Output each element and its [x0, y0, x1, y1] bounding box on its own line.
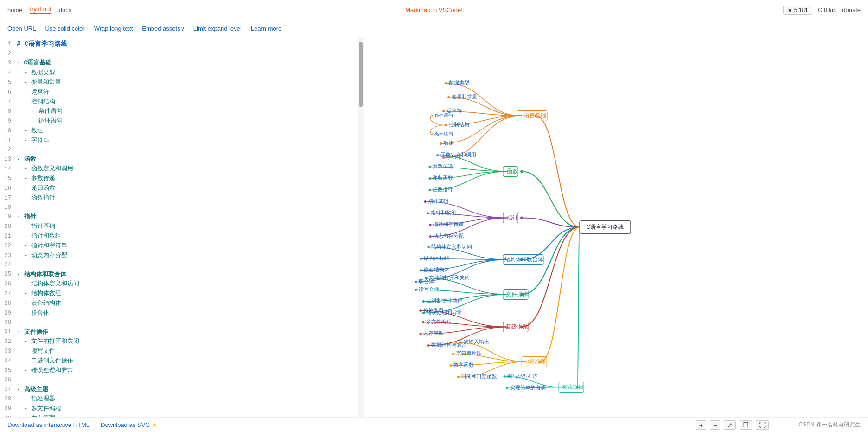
star-count: 5,181 [794, 7, 808, 13]
line-number: 27 [4, 290, 17, 298]
editor-line-25: 25- 结构体和联合体 [0, 270, 364, 280]
fullscreen-button[interactable]: ⛶ [756, 420, 769, 430]
nav-right: ★ 5,181 GitHub donate [783, 6, 861, 15]
nav-center: Markmap in VSCode! [405, 6, 463, 13]
mindmap-node [520, 170, 523, 173]
mindmap-edge [522, 227, 580, 327]
mindmap-label: 读写文件 [419, 286, 439, 292]
line-number: 2 [4, 50, 17, 58]
vscode-link[interactable]: Markmap in VSCode! [405, 6, 463, 13]
line-number: 13 [4, 155, 17, 164]
editor-line-28: 28 - 嵌套结构体 [0, 299, 364, 309]
limit-expand-level-link[interactable]: Limit expand level [193, 25, 242, 32]
line-content: - 结构体定义和访问 [17, 279, 79, 289]
mindmap-child-edge [441, 116, 522, 144]
line-number: 30 [4, 318, 17, 327]
editor-line-30: 30 [0, 318, 364, 328]
line-content: - 内存管理 [17, 414, 55, 417]
donate-link[interactable]: donate [842, 6, 861, 13]
mindmap-node [447, 96, 450, 98]
line-content: - 递归函数 [17, 184, 55, 193]
embed-assets-link[interactable]: Embed assets [142, 25, 180, 32]
mindmap-label: 嵌套结构体 [424, 267, 449, 272]
editor-line-3: 3- C语言基础 [0, 58, 364, 68]
editor-line-11: 11 - 字符串 [0, 136, 364, 146]
editor-line-20: 20 - 指针基础 [0, 222, 364, 232]
editor-line-32: 32 - 文件的打开和关闭 [0, 337, 364, 347]
line-number: 4 [4, 69, 17, 77]
mindmap-node [455, 341, 457, 343]
editor-line-36: 36 [0, 376, 364, 385]
line-content: - 数据类型 [17, 68, 55, 78]
zoom-out-button[interactable]: − [710, 420, 720, 430]
line-content: - 动态内存分配 [17, 251, 67, 261]
editor-line-38: 38 - 预处理器 [0, 394, 364, 404]
toolbar: Open URL Use solid color Wrap long text … [0, 20, 868, 37]
mindmap-node [424, 200, 427, 203]
mindmap-node [429, 177, 431, 180]
mindmap-node [452, 353, 454, 355]
editor-line-9: 9 - 循环语句 [0, 116, 364, 126]
mindmap-node [425, 277, 428, 279]
nav-try-it-out[interactable]: try it out [30, 6, 51, 14]
mindmap-pane[interactable]: C语言学习路线C语言基础数据类型变量和常量运算符控制结构条件语句循环语句数组字符… [364, 37, 868, 417]
mindmap-node [427, 344, 429, 347]
download-html-link[interactable]: Download as interactive HTML [7, 421, 89, 428]
line-number: 7 [4, 97, 17, 106]
line-number: 36 [4, 376, 17, 385]
mindmap-label: C语言基础 [520, 112, 546, 118]
line-number: 38 [4, 395, 17, 404]
mindmap-label: 数据类型 [449, 80, 469, 85]
header: home try it out docs Markmap in VSCode! … [0, 0, 868, 20]
line-content: - 指针和字符串 [17, 241, 67, 251]
line-content: - 二进制文件操作 [17, 356, 73, 366]
line-number: 21 [4, 232, 17, 241]
line-number: 34 [4, 357, 17, 366]
line-number: 33 [4, 347, 17, 356]
mindmap-node [429, 189, 431, 191]
warning-icon: ⚠ [152, 421, 158, 429]
mindmap-node [504, 375, 506, 378]
reset-button[interactable]: ❐ [740, 420, 752, 430]
line-content: - 预处理器 [17, 394, 55, 404]
mindmap-label: 指针基础 [428, 198, 448, 204]
mindmap-label: 动态内存分配 [433, 233, 464, 239]
wrap-long-text-link[interactable]: Wrap long text [94, 25, 133, 32]
mindmap-label: 递归函数 [433, 175, 453, 181]
use-solid-color-link[interactable]: Use solid color [45, 25, 84, 32]
line-content: - 指针和数组 [17, 232, 61, 241]
editor-line-24: 24 [0, 261, 364, 270]
mindmap-label: 数学函数 [453, 362, 474, 368]
line-number: 25 [4, 270, 17, 279]
mindmap-node [429, 166, 431, 168]
main-area: 1# C语言学习路线23- C语言基础4 - 数据类型5 - 变量和常量6 - … [0, 37, 868, 417]
mindmap-label: 条件语句 [434, 113, 453, 118]
open-url-link[interactable]: Open URL [7, 25, 36, 32]
line-content: - 参数传递 [17, 174, 55, 184]
line-number: 20 [4, 222, 17, 231]
learn-more-link[interactable]: Learn more [251, 25, 281, 32]
editor-line-39: 39 - 多文件编程 [0, 404, 364, 414]
fit-button[interactable]: ⤢ [724, 420, 736, 430]
nav-home[interactable]: home [7, 6, 23, 13]
mindmap-label: C标准库 [525, 358, 546, 364]
mindmap-edge [577, 227, 580, 387]
scrollbar-thumb[interactable] [359, 42, 363, 107]
mindmap-label: 文件的打开和关闭 [429, 275, 470, 280]
download-svg-link[interactable]: Download as SVG [101, 421, 150, 428]
star-button[interactable]: ★ 5,181 [783, 6, 812, 15]
editor-scrollbar[interactable] [358, 37, 364, 417]
editor[interactable]: 1# C语言学习路线23- C语言基础4 - 数据类型5 - 变量和常量6 - … [0, 37, 364, 417]
nav-docs[interactable]: docs [59, 6, 71, 13]
editor-line-15: 15 - 参数传递 [0, 174, 364, 184]
line-number: 8 [4, 107, 17, 116]
github-link[interactable]: GitHub [818, 6, 836, 13]
mindmap-node [445, 82, 447, 84]
mindmap-label: 字符串处理 [456, 350, 482, 356]
mindmap-label: 参数传递 [433, 163, 453, 169]
zoom-in-button[interactable]: + [696, 420, 706, 430]
mindmap-node [442, 110, 445, 112]
line-content: - 字符串 [17, 136, 49, 146]
editor-line-10: 10 - 数组 [0, 126, 364, 136]
zoom-controls: + − ⤢ ❐ ⛶ [696, 420, 769, 430]
